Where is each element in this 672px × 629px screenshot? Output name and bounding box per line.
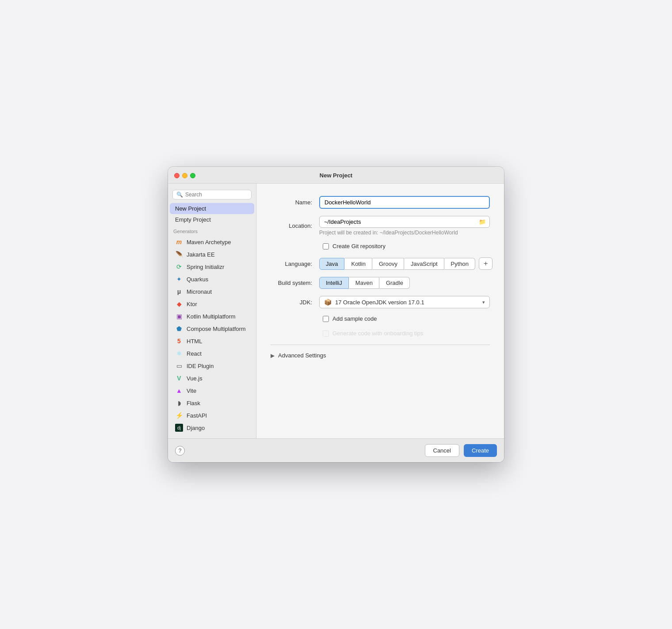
- build-maven-button[interactable]: Maven: [349, 277, 379, 289]
- search-box: 🔍: [168, 188, 256, 203]
- bottom-bar: ? Cancel Create: [168, 438, 504, 462]
- search-icon: 🔍: [176, 192, 183, 198]
- sidebar-item-label: Micronaut: [187, 288, 212, 295]
- react-icon: ⚛: [175, 349, 183, 357]
- new-project-dialog: New Project 🔍 New Project Empty Project …: [168, 167, 504, 462]
- chevron-down-icon: ▾: [482, 299, 485, 305]
- advanced-settings-row[interactable]: ▶ Advanced Settings: [271, 345, 490, 359]
- language-button-group: Java Kotlin Groovy JavaScript Python: [319, 258, 475, 270]
- sidebar-item-compose-multiplatform[interactable]: ⬟ Compose Multiplatform: [170, 322, 254, 335]
- language-label: Language:: [271, 261, 319, 267]
- sidebar-item-vite[interactable]: ▲ Vite: [170, 384, 254, 397]
- sidebar-item-label: React: [187, 350, 202, 357]
- sidebar-item-micronaut[interactable]: μ Micronaut: [170, 285, 254, 298]
- name-field: [319, 196, 490, 209]
- create-button[interactable]: Create: [464, 444, 497, 457]
- sidebar-item-label: Jakarta EE: [187, 251, 215, 258]
- path-hint: Project will be created in: ~/IdeaProjec…: [319, 230, 490, 236]
- sidebar-item-ide-plugin[interactable]: ▭ IDE Plugin: [170, 360, 254, 372]
- language-groovy-button[interactable]: Groovy: [373, 258, 404, 270]
- build-label: Build system:: [271, 280, 319, 286]
- vite-icon: ▲: [175, 387, 183, 395]
- build-button-group: IntelliJ Maven Gradle: [319, 277, 490, 289]
- titlebar: New Project: [168, 167, 504, 184]
- sidebar-item-flask[interactable]: ◗ Flask: [170, 397, 254, 409]
- generate-code-row: Generate code with onboarding tips: [271, 330, 490, 337]
- traffic-lights: [174, 173, 195, 178]
- language-javascript-button[interactable]: JavaScript: [405, 258, 444, 270]
- language-more-button[interactable]: +: [479, 257, 493, 270]
- sidebar-item-label: Compose Multiplatform: [187, 326, 246, 332]
- ide-plugin-icon: ▭: [175, 362, 183, 370]
- sidebar-item-new-project[interactable]: New Project: [170, 203, 254, 214]
- jdk-label: JDK:: [271, 299, 319, 306]
- location-label: Location:: [271, 222, 319, 229]
- flask-icon: ◗: [175, 399, 183, 407]
- sidebar-item-label: Maven Archetype: [187, 239, 231, 245]
- sidebar: 🔍 New Project Empty Project Generators m…: [168, 184, 256, 438]
- sidebar-item-label: HTML: [187, 338, 202, 345]
- fastapi-icon: ⚡: [175, 411, 183, 419]
- location-input[interactable]: [320, 216, 475, 227]
- sidebar-item-label: Vite: [187, 387, 196, 394]
- jdk-select[interactable]: 📦 17 Oracle OpenJDK version 17.0.1 ▾: [319, 296, 490, 308]
- bottom-actions: Cancel Create: [425, 444, 497, 457]
- build-intellij-button[interactable]: IntelliJ: [319, 277, 349, 289]
- sidebar-item-label: Vue.js: [187, 375, 202, 382]
- language-java-button[interactable]: Java: [319, 258, 344, 270]
- jakarta-ee-icon: 🪶: [175, 250, 183, 258]
- html-icon: 5: [175, 337, 183, 345]
- micronaut-icon: μ: [175, 288, 183, 295]
- sidebar-item-ktor[interactable]: ◆ Ktor: [170, 298, 254, 310]
- jdk-select-text: 17 Oracle OpenJDK version 17.0.1: [335, 299, 479, 306]
- add-sample-label[interactable]: Add sample code: [323, 315, 377, 322]
- help-icon: ?: [179, 448, 182, 454]
- minimize-button[interactable]: [182, 173, 187, 178]
- sidebar-item-react[interactable]: ⚛ React: [170, 347, 254, 360]
- sidebar-item-django[interactable]: dj Django: [170, 422, 254, 434]
- sidebar-item-label: FastAPI: [187, 412, 207, 419]
- django-icon: dj: [175, 424, 183, 432]
- build-gradle-button[interactable]: Gradle: [380, 277, 410, 289]
- sidebar-item-label: Kotlin Multiplatform: [187, 313, 236, 320]
- sidebar-item-html[interactable]: 5 HTML: [170, 335, 254, 347]
- ktor-icon: ◆: [175, 300, 183, 308]
- name-row: Name:: [271, 196, 490, 209]
- close-button[interactable]: [174, 173, 179, 178]
- content-area: 🔍 New Project Empty Project Generators m…: [168, 184, 504, 438]
- jdk-field: 📦 17 Oracle OpenJDK version 17.0.1 ▾: [319, 296, 490, 308]
- sidebar-item-empty-project[interactable]: Empty Project: [170, 214, 254, 225]
- chevron-right-icon: ▶: [271, 353, 275, 359]
- spring-icon: ⟳: [175, 263, 183, 271]
- name-input[interactable]: [319, 196, 490, 209]
- sidebar-item-spring-initializr[interactable]: ⟳ Spring Initializr: [170, 261, 254, 273]
- git-checkbox[interactable]: [323, 243, 329, 249]
- sidebar-item-quarkus[interactable]: ✦ Quarkus: [170, 273, 254, 285]
- sidebar-item-maven-archetype[interactable]: m Maven Archetype: [170, 236, 254, 248]
- language-python-button[interactable]: Python: [445, 258, 475, 270]
- sidebar-item-vuejs[interactable]: V Vue.js: [170, 372, 254, 384]
- folder-icon[interactable]: 📁: [475, 217, 489, 227]
- location-input-wrap: 📁: [319, 216, 490, 228]
- sidebar-item-fastapi[interactable]: ⚡ FastAPI: [170, 409, 254, 422]
- git-checkbox-text: Create Git repository: [332, 243, 386, 249]
- git-checkbox-label[interactable]: Create Git repository: [323, 243, 386, 249]
- sidebar-item-label: Flask: [187, 400, 200, 407]
- sidebar-item-kotlin-multiplatform[interactable]: ▣ Kotlin Multiplatform: [170, 310, 254, 322]
- vuejs-icon: V: [175, 374, 183, 382]
- search-input[interactable]: [185, 192, 248, 198]
- maximize-button[interactable]: [190, 173, 195, 178]
- generate-code-checkbox: [323, 330, 329, 337]
- jdk-row: JDK: 📦 17 Oracle OpenJDK version 17.0.1 …: [271, 296, 490, 308]
- sidebar-item-label: Quarkus: [187, 276, 208, 283]
- language-kotlin-button[interactable]: Kotlin: [345, 258, 372, 270]
- language-row: Language: Java Kotlin Groovy JavaScript …: [271, 257, 490, 270]
- add-sample-checkbox[interactable]: [323, 316, 329, 322]
- help-button[interactable]: ?: [175, 446, 185, 456]
- sidebar-item-label: Ktor: [187, 301, 197, 307]
- search-input-wrap[interactable]: 🔍: [172, 190, 252, 199]
- sidebar-item-jakarta-ee[interactable]: 🪶 Jakarta EE: [170, 248, 254, 261]
- sidebar-item-label: Spring Initializr: [187, 264, 224, 270]
- cancel-button[interactable]: Cancel: [425, 444, 459, 457]
- sidebar-item-label: New Project: [175, 205, 206, 212]
